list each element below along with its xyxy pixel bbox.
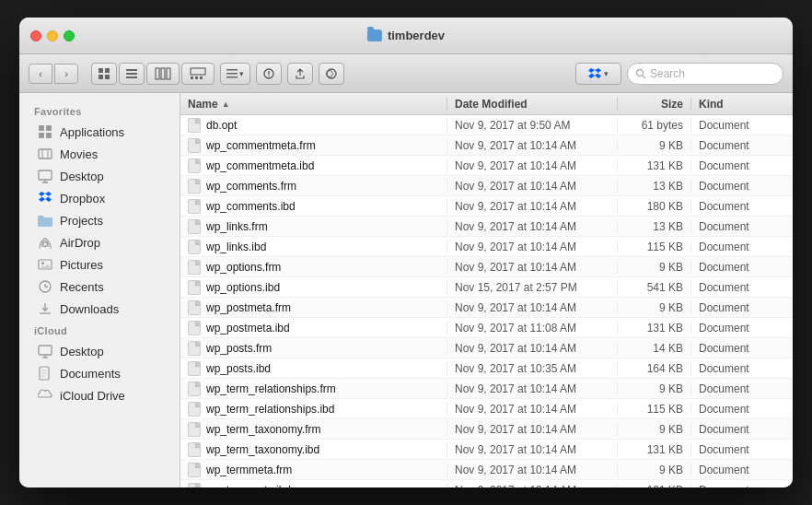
arrange-button[interactable]: ▾ xyxy=(220,63,250,85)
sidebar-item-label: Desktop xyxy=(60,345,104,358)
col-header-kind[interactable]: Kind xyxy=(691,98,793,111)
sidebar-item-dropbox[interactable]: Dropbox xyxy=(23,187,176,209)
action-button[interactable] xyxy=(256,63,282,85)
table-row[interactable]: wp_comments.frm Nov 9, 2017 at 10:14 AM … xyxy=(180,176,793,196)
file-size-cell: 115 KB xyxy=(618,403,691,416)
table-row[interactable]: wp_commentmeta.ibd Nov 9, 2017 at 10:14 … xyxy=(180,156,793,176)
table-row[interactable]: db.opt Nov 9, 2017 at 9:50 AM 61 bytes D… xyxy=(180,115,793,135)
file-icon xyxy=(188,159,201,173)
sidebar-item-downloads[interactable]: Downloads xyxy=(23,298,176,320)
recents-icon xyxy=(38,279,52,294)
file-icon xyxy=(188,179,201,194)
table-row[interactable]: wp_term_taxonomy.frm Nov 9, 2017 at 10:1… xyxy=(180,419,793,440)
sidebar-item-movies[interactable]: Movies xyxy=(23,143,176,165)
table-row[interactable]: wp_termmeta.ibd Nov 9, 2017 at 10:14 AM … xyxy=(180,480,793,487)
close-button[interactable] xyxy=(30,30,41,41)
file-icon xyxy=(188,341,201,356)
table-row[interactable]: wp_termmeta.frm Nov 9, 2017 at 10:14 AM … xyxy=(180,460,793,480)
file-size-cell: 9 KB xyxy=(618,261,691,274)
file-date-cell: Nov 9, 2017 at 10:14 AM xyxy=(447,261,618,274)
file-size-cell: 9 KB xyxy=(618,139,691,152)
share-button[interactable] xyxy=(287,63,313,85)
file-name-cell: wp_term_taxonomy.ibd xyxy=(180,442,447,457)
table-row[interactable]: wp_links.frm Nov 9, 2017 at 10:14 AM 13 … xyxy=(180,217,793,237)
file-kind-cell: Document xyxy=(691,159,793,172)
table-row[interactable]: wp_posts.ibd Nov 9, 2017 at 10:35 AM 164… xyxy=(180,358,793,379)
col-header-date[interactable]: Date Modified xyxy=(447,98,618,111)
col-header-size[interactable]: Size xyxy=(618,98,691,111)
list-view-button[interactable] xyxy=(119,63,145,85)
cover-flow-button[interactable] xyxy=(181,63,215,85)
file-date-cell: Nov 9, 2017 at 10:14 AM xyxy=(447,423,618,436)
sidebar-item-icloud-desktop[interactable]: Desktop xyxy=(23,340,176,362)
table-row[interactable]: wp_posts.frm Nov 9, 2017 at 10:14 AM 14 … xyxy=(180,338,793,358)
dropbox-button[interactable]: ▾ xyxy=(575,63,621,85)
col-header-name[interactable]: Name ▲ xyxy=(180,98,447,111)
icloud-desktop-icon xyxy=(38,344,52,358)
sidebar-item-recents[interactable]: Recents xyxy=(23,276,176,298)
file-kind-cell: Document xyxy=(691,119,793,132)
table-row[interactable]: wp_term_taxonomy.ibd Nov 9, 2017 at 10:1… xyxy=(180,440,793,460)
file-size-cell: 9 KB xyxy=(618,464,691,476)
projects-icon xyxy=(38,213,52,228)
icloud-drive-icon xyxy=(38,388,52,403)
file-name-cell: wp_options.frm xyxy=(180,260,447,275)
sidebar-item-label: Documents xyxy=(60,367,121,381)
svg-rect-5 xyxy=(126,73,137,75)
table-row[interactable]: wp_comments.ibd Nov 9, 2017 at 10:14 AM … xyxy=(180,196,793,217)
icon-view-button[interactable] xyxy=(91,63,117,85)
file-date-cell: Nov 9, 2017 at 10:14 AM xyxy=(447,159,618,172)
file-date-cell: Nov 9, 2017 at 10:14 AM xyxy=(447,139,618,152)
table-row[interactable]: wp_term_relationships.frm Nov 9, 2017 at… xyxy=(180,379,793,399)
window-title: timberdev xyxy=(367,29,445,42)
sidebar-item-desktop[interactable]: Desktop xyxy=(23,165,176,187)
folder-icon xyxy=(367,29,382,41)
svg-rect-9 xyxy=(167,68,170,79)
table-row[interactable]: wp_postmeta.ibd Nov 9, 2017 at 11:08 AM … xyxy=(180,318,793,338)
sidebar-item-pictures[interactable]: Pictures xyxy=(23,253,176,276)
svg-point-34 xyxy=(41,262,44,264)
file-kind-cell: Document xyxy=(691,382,793,395)
back-button[interactable]: ‹ xyxy=(29,64,52,84)
sidebar-item-label: Pictures xyxy=(60,258,103,272)
sort-arrow: ▲ xyxy=(222,100,230,109)
svg-rect-22 xyxy=(39,125,44,131)
sidebar-item-airdrop[interactable]: AirDrop xyxy=(23,231,176,253)
forward-button[interactable]: › xyxy=(54,64,78,84)
file-date-cell: Nov 9, 2017 at 10:14 AM xyxy=(447,403,618,416)
file-name-cell: wp_comments.ibd xyxy=(180,199,447,214)
search-box[interactable]: Search xyxy=(627,63,783,85)
file-date-cell: Nov 9, 2017 at 10:14 AM xyxy=(447,443,618,456)
file-name-cell: wp_term_relationships.frm xyxy=(180,382,447,396)
column-header: Name ▲ Date Modified Size Kind xyxy=(180,93,793,115)
tags-button[interactable] xyxy=(319,63,344,85)
movies-icon xyxy=(38,147,52,161)
search-placeholder: Search xyxy=(650,67,685,80)
content-area: Favorites Applications Movies Desktop xyxy=(19,93,793,487)
sidebar-item-applications[interactable]: Applications xyxy=(23,121,176,143)
sidebar-item-projects[interactable]: Projects xyxy=(23,209,176,231)
file-icon xyxy=(188,463,201,477)
table-row[interactable]: wp_options.ibd Nov 15, 2017 at 2:57 PM 5… xyxy=(180,277,793,298)
sidebar-item-label: Projects xyxy=(60,214,103,228)
table-row[interactable]: wp_term_relationships.ibd Nov 9, 2017 at… xyxy=(180,399,793,419)
table-row[interactable]: wp_commentmeta.frm Nov 9, 2017 at 10:14 … xyxy=(180,135,793,156)
file-kind-cell: Document xyxy=(691,200,793,213)
file-size-cell: 9 KB xyxy=(618,301,691,314)
column-view-button[interactable] xyxy=(146,63,180,85)
sidebar-item-icloud-drive[interactable]: iCloud Drive xyxy=(23,384,176,406)
file-kind-cell: Document xyxy=(691,261,793,274)
table-row[interactable]: wp_options.frm Nov 9, 2017 at 10:14 AM 9… xyxy=(180,257,793,277)
file-name-cell: wp_term_relationships.ibd xyxy=(180,402,447,417)
svg-rect-26 xyxy=(39,149,52,159)
table-row[interactable]: wp_postmeta.frm Nov 9, 2017 at 10:14 AM … xyxy=(180,298,793,318)
maximize-button[interactable] xyxy=(64,30,75,41)
file-name-cell: wp_links.ibd xyxy=(180,240,447,254)
table-row[interactable]: wp_links.ibd Nov 9, 2017 at 10:14 AM 115… xyxy=(180,237,793,257)
minimize-button[interactable] xyxy=(47,30,58,41)
file-icon xyxy=(188,300,201,315)
file-name-cell: wp_posts.ibd xyxy=(180,361,447,376)
sidebar-item-documents[interactable]: Documents xyxy=(23,362,176,384)
file-size-cell: 13 KB xyxy=(618,180,691,193)
file-kind-cell: Document xyxy=(691,362,793,375)
